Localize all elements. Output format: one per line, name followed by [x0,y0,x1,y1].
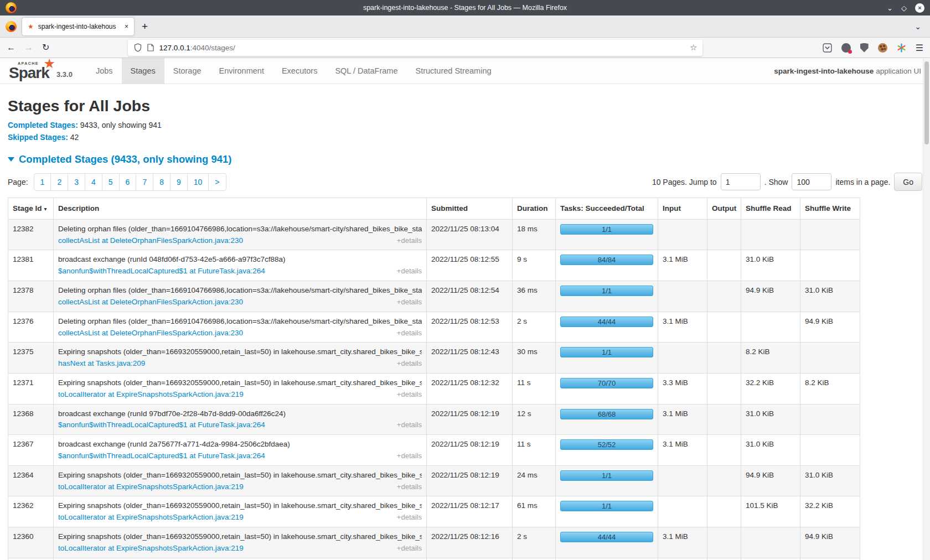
firefox-view-icon[interactable] [6,21,17,32]
details-toggle[interactable]: +details [397,420,422,429]
url-bar[interactable]: 127.0.0.1:4040/stages/ ☆ [128,40,702,56]
page-content: Stages for All Jobs Completed Stages: 94… [0,97,930,560]
stage-id-cell: 12364 [8,465,54,496]
details-toggle[interactable]: +details [397,543,422,553]
forward-button[interactable]: → [24,43,33,52]
tab-close-icon[interactable]: × [125,23,128,30]
page-button-1[interactable]: 1 [34,173,51,191]
col-duration[interactable]: Duration [513,198,556,220]
tasks-cell: 1/1 [556,465,658,496]
stage-detail-link[interactable]: toLocalIterator at ExpireSnapshotsSparkA… [58,482,244,492]
section-toggle[interactable]: Completed Stages (9433, only showing 941… [8,153,922,165]
nav-item-structured-streaming[interactable]: Structured Streaming [407,58,500,84]
description-cell: Expiring snapshots (older_than=166932055… [54,496,427,527]
stage-id-cell: 12381 [8,250,54,281]
col-input[interactable]: Input [658,198,707,220]
page-button-6[interactable]: 6 [119,173,137,191]
stage-detail-link[interactable]: $anonfun$withThreadLocalCaptured$1 at Fu… [58,451,265,461]
tasks-progress-bar: 44/44 [560,317,653,327]
stage-detail-link[interactable]: hasNext at Tasks.java:209 [58,359,145,369]
details-toggle[interactable]: +details [397,451,422,460]
duration-cell: 2 s [513,312,556,343]
window-close-icon[interactable]: × [915,3,924,13]
stage-detail-link[interactable]: toLocalIterator at ExpireSnapshotsSparkA… [58,390,244,400]
page-button-2[interactable]: 2 [50,173,68,191]
shuffle-read-cell: 31.0 KiB [741,404,800,435]
pocket-icon[interactable] [823,43,832,53]
col-shuffle-write[interactable]: Shuffle Write [800,198,860,220]
page-button-9[interactable]: 9 [170,173,188,191]
col-shuffle-read[interactable]: Shuffle Read [741,198,800,220]
page-scrollbar[interactable] [923,59,930,560]
shuffle-write-cell [800,250,860,281]
go-button[interactable]: Go [894,173,922,191]
col-submitted[interactable]: Submitted [427,198,513,220]
page-button-3[interactable]: 3 [68,173,85,191]
details-toggle[interactable]: +details [397,297,422,307]
new-tab-button[interactable]: + [142,20,148,33]
page-button-7[interactable]: 7 [136,173,153,191]
stage-detail-link[interactable]: toLocalIterator at ExpireSnapshotsSparkA… [58,543,244,553]
stage-detail-link[interactable]: $anonfun$withThreadLocalCaptured$1 at Fu… [58,420,265,430]
details-toggle[interactable]: +details [397,266,422,276]
jump-to-input[interactable] [721,173,761,190]
details-toggle[interactable]: +details [397,390,422,399]
url-text[interactable]: 127.0.0.1:4040/stages/ [159,44,235,52]
reload-button[interactable]: ↻ [42,43,49,52]
col-description[interactable]: Description [54,198,427,220]
privacy-mask-icon[interactable] [841,43,851,53]
page-info-icon[interactable] [147,44,154,51]
nav-item-executors[interactable]: Executors [273,58,326,84]
col-stage-id[interactable]: Stage Id▾ [8,198,54,220]
window-maximize-icon[interactable]: ◇ [901,4,907,12]
page-button-10[interactable]: 10 [187,173,209,191]
page-button-4[interactable]: 4 [85,173,102,191]
tabs-list-chevron-icon[interactable]: ⌄ [914,22,921,31]
submitted-cell: 2022/11/25 08:12:19 [427,404,513,435]
nav-item-sql-dataframe[interactable]: SQL / DataFrame [326,58,406,84]
nav-item-jobs[interactable]: Jobs [87,58,122,84]
shield-icon[interactable] [133,43,142,52]
skipped-stages-link[interactable]: Skipped Stages: [8,133,68,142]
description-cell: broadcast exchange (runId 97bdf70e-2f28-… [54,404,427,435]
description-cell: broadcast exchange (runId 048fd06f-d753-… [54,250,427,281]
details-toggle[interactable]: +details [397,512,422,522]
tasks-cell: 84/84 [556,250,658,281]
completed-stages-link[interactable]: Completed Stages: [8,121,78,129]
stage-detail-link[interactable]: collectAsList at DeleteOrphanFilesSparkA… [58,236,243,246]
submitted-cell: 2022/11/25 08:12:19 [427,465,513,496]
stage-detail-link[interactable]: toLocalIterator at ExpireSnapshotsSparkA… [58,512,244,522]
page-button-5[interactable]: 5 [102,173,120,191]
details-toggle[interactable]: +details [397,482,422,491]
adblock-shield-icon[interactable] [860,43,869,53]
stage-id-cell: 12367 [8,435,54,466]
scrollbar-thumb[interactable] [924,61,929,144]
page-button-next[interactable]: > [208,173,226,191]
bookmark-star-icon[interactable]: ☆ [690,43,697,53]
spark-logo[interactable]: APACHE Spark ★ 3.3.0 [0,58,87,84]
firefox-logo-icon[interactable] [6,2,17,13]
show-input[interactable] [792,173,831,190]
items-per-page-text: items in a page. [835,178,890,186]
shuffle-write-cell: 101.5 KiB [800,558,860,560]
nav-item-environment[interactable]: Environment [210,58,273,84]
menu-button[interactable]: ☰ [916,43,923,53]
details-toggle[interactable]: +details [397,359,422,368]
browser-tab[interactable]: ★ spark-ingest-into-lakehous × [22,18,134,35]
col-tasks[interactable]: Tasks: Succeeded/Total [556,198,658,220]
back-button[interactable]: ← [7,43,16,52]
nav-item-stages[interactable]: Stages [122,58,164,84]
nav-item-storage[interactable]: Storage [164,58,210,84]
cookie-icon[interactable] [878,43,887,53]
page-button-8[interactable]: 8 [153,173,170,191]
window-minimize-icon[interactable]: ⌄ [887,4,893,12]
stage-detail-link[interactable]: collectAsList at DeleteOrphanFilesSparkA… [58,328,243,338]
stage-detail-link[interactable]: collectAsList at DeleteOrphanFilesSparkA… [58,297,243,307]
output-cell [707,343,741,374]
stage-detail-link[interactable]: $anonfun$withThreadLocalCaptured$1 at Fu… [58,266,265,276]
col-output[interactable]: Output [707,198,741,220]
extension-asterisk-icon[interactable] [897,43,906,53]
details-toggle[interactable]: +details [397,328,422,338]
details-toggle[interactable]: +details [397,236,422,245]
stage-id-cell: 12376 [8,312,54,343]
